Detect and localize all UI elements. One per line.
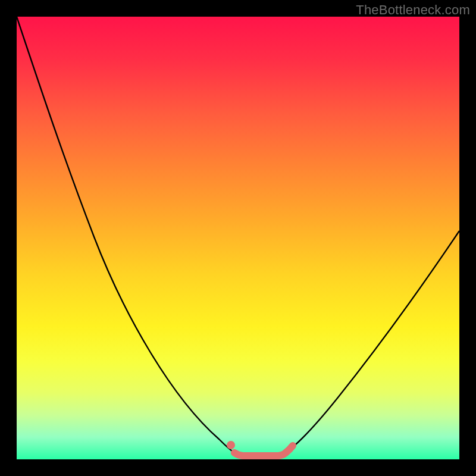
- optimal-flat-segment: [234, 453, 286, 456]
- chart-frame: TheBottleneck.com: [0, 0, 476, 476]
- chart-svg: [17, 17, 459, 459]
- watermark-text: TheBottleneck.com: [356, 2, 470, 18]
- optimal-zone: [227, 441, 293, 456]
- left-knee-dot: [227, 441, 235, 449]
- curve-group: [17, 17, 459, 453]
- optimal-right-tail: [286, 446, 293, 453]
- plot-area: [17, 17, 459, 459]
- right-curve: [286, 231, 459, 453]
- left-curve: [17, 17, 234, 453]
